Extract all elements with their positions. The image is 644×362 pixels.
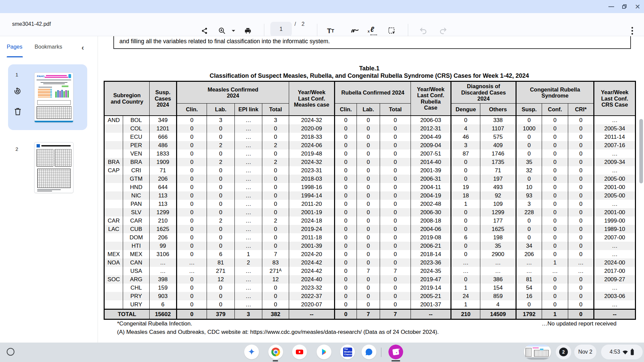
- table-cell: PAN: [123, 200, 150, 208]
- table-cell: 271ᴬ: [262, 267, 289, 275]
- chrome-app-button[interactable]: [268, 345, 283, 359]
- text-annotation-button[interactable]: TT: [327, 27, 334, 35]
- sidebar-collapse-button[interactable]: ‹: [82, 44, 84, 52]
- table-cell: 1: [451, 284, 480, 292]
- table-cell: 93: [516, 191, 542, 200]
- page-number-input[interactable]: 1: [270, 22, 292, 37]
- column-header: Lab.: [357, 104, 380, 116]
- table-cell: 2020-09: [289, 124, 335, 133]
- vertical-scrollbar[interactable]: [639, 119, 643, 183]
- table-cell: 210: [150, 217, 177, 225]
- table-cell: …: [516, 258, 542, 267]
- table-cell: 7: [262, 250, 289, 258]
- table-cell: 0: [335, 208, 357, 217]
- column-header: Lab.: [207, 104, 235, 116]
- table-cell: 2006-21: [411, 242, 451, 250]
- page1-thumbnail[interactable]: PAHO: [35, 73, 73, 122]
- table-cell: 0: [357, 208, 380, 217]
- table-cell: 0: [262, 208, 289, 217]
- table-cell: 0: [516, 149, 542, 158]
- table-cell: 0: [516, 116, 542, 124]
- notification-counter[interactable]: 2: [556, 345, 571, 359]
- table-cell: 2007-16: [594, 141, 636, 149]
- table-cell: 859: [480, 292, 516, 300]
- table-cell: 0: [357, 225, 380, 233]
- table-cell: 0: [207, 208, 235, 217]
- table-cell: 0: [335, 309, 357, 319]
- table-cell: …: [150, 258, 177, 267]
- table-cell: 197: [480, 175, 516, 183]
- table-cell: 0: [335, 292, 357, 300]
- page2-thumbnail[interactable]: [35, 142, 73, 193]
- draw-button[interactable]: [351, 27, 359, 35]
- table-cell: 0: [542, 141, 568, 149]
- clock-label: 4:53: [609, 349, 620, 355]
- date-button[interactable]: Nov 2: [574, 345, 596, 359]
- table-row: GTM20600…02018-030002006-3101970002005-0…: [104, 175, 636, 183]
- column-header: Diagnosis of Discarded Cases 2024: [451, 81, 516, 104]
- tab-bookmarks[interactable]: Bookmarks: [35, 44, 62, 50]
- table-cell: 2011-20: [289, 200, 335, 208]
- gemini-app-button[interactable]: [244, 345, 259, 359]
- delete-page-button[interactable]: [14, 108, 21, 116]
- table-cell: 2005-21: [411, 292, 451, 300]
- zoom-button[interactable]: [218, 27, 226, 35]
- table-cell: 0: [177, 300, 207, 309]
- table-cell: 2: [207, 141, 235, 149]
- table-cell: 2001-39: [289, 242, 335, 250]
- table-cell: 2: [235, 258, 262, 267]
- print-button[interactable]: [244, 27, 252, 35]
- youtube-app-button[interactable]: [292, 345, 307, 359]
- play-store-app-button[interactable]: [317, 345, 331, 359]
- table-cell: GTM: [123, 175, 150, 183]
- undo-button[interactable]: [419, 27, 427, 35]
- zoom-menu-button[interactable]: [231, 29, 235, 32]
- rotate-page-button[interactable]: [13, 87, 21, 95]
- table-cell: …: [235, 149, 262, 158]
- table-cell: 87: [451, 149, 480, 158]
- column-header: Congenital Rubella Syndrome: [516, 81, 594, 104]
- table-row: MEXMEX310606172024-200002018-14029002060…: [104, 250, 636, 258]
- gallery-app-button[interactable]: ✦ ✦: [388, 345, 403, 359]
- table-cell: 2004-19: [411, 191, 451, 200]
- table-cell: SLV: [123, 208, 150, 217]
- table-cell: 0: [568, 309, 594, 319]
- table-cell: 35: [480, 242, 516, 250]
- column-header: CRI*: [568, 104, 594, 116]
- table-cell: 0: [568, 183, 594, 191]
- chrome-running-indicator: [273, 360, 278, 361]
- table-cell: 3: [207, 116, 235, 124]
- redo-button[interactable]: [439, 27, 447, 35]
- messages-app-button[interactable]: [362, 345, 376, 359]
- table-row: CAPCRI7100…02023-310002001-390713200…: [104, 166, 636, 175]
- table-cell: 0: [542, 149, 568, 158]
- tab-pages[interactable]: Pages: [7, 44, 22, 50]
- table-cell: 0: [335, 141, 357, 149]
- table-cell: 0: [451, 116, 480, 124]
- weather-app-button[interactable]: TheWeatherChannel: [340, 345, 355, 359]
- share-button[interactable]: [201, 27, 208, 35]
- more-options-button[interactable]: [631, 27, 633, 35]
- table-cell: 0: [207, 166, 235, 175]
- close-button[interactable]: ✕: [632, 0, 643, 13]
- table-cell: 0: [177, 133, 207, 141]
- wifi-icon: [622, 349, 629, 355]
- status-tray[interactable]: 4:53: [601, 345, 643, 359]
- table-cell: 0: [568, 292, 594, 300]
- table-cell: 2024-00: [594, 258, 636, 267]
- select-region-button[interactable]: [388, 27, 396, 35]
- table-cell: 81: [516, 275, 542, 284]
- launcher-button[interactable]: [7, 348, 14, 356]
- table-cell: 0: [516, 300, 542, 309]
- table-cell: 0: [207, 183, 235, 191]
- column-header: Year/Week Last Conf. Measles case: [289, 81, 335, 116]
- screen-capture-preview[interactable]: [524, 345, 551, 359]
- restore-button[interactable]: [619, 0, 630, 13]
- table-cell: 0: [542, 208, 568, 217]
- minimize-button[interactable]: [605, 0, 617, 13]
- cases-table: Subregion and CountrySusp. Cases 2024Mea…: [104, 81, 636, 320]
- table-cell: 2004-06: [411, 225, 451, 233]
- signature-button[interactable]: xℓ: [368, 26, 378, 35]
- table-cell: 2019-14: [411, 284, 451, 292]
- table-row: SOCARG398012…122024-400002019-4703868100…: [104, 275, 636, 284]
